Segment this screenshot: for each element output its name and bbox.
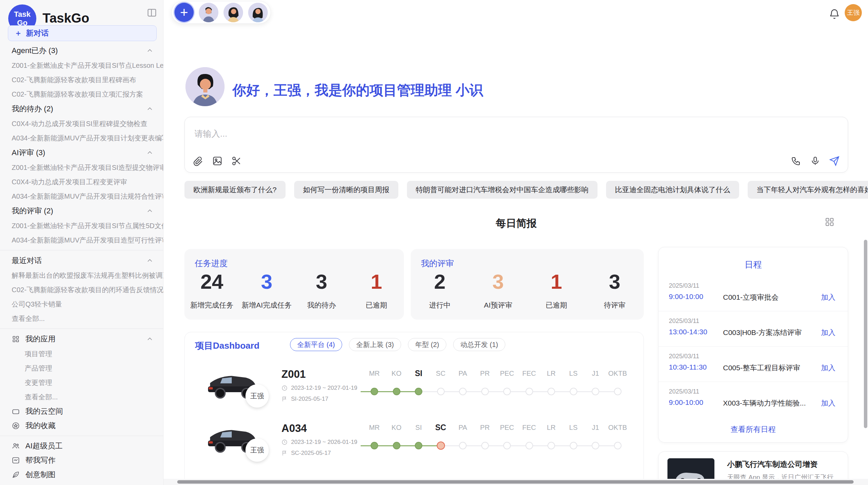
milestone-dot[interactable] — [459, 442, 467, 449]
sidebar-link-star-icon[interactable]: 我的收藏 — [0, 419, 164, 433]
chevron-up-icon[interactable] — [146, 47, 153, 54]
milestone-dot[interactable] — [437, 388, 445, 395]
milestone-dot[interactable] — [547, 388, 555, 395]
recent-chat-item[interactable]: 查看全部... — [0, 311, 164, 326]
sidebar-tool-feather-icon[interactable]: 创意制图 — [0, 468, 164, 482]
notification-bell-icon[interactable] — [829, 8, 840, 20]
sidebar-task-item[interactable]: A034-全新新能源MUV产品开发项目造型可行性评审 — [0, 233, 164, 247]
milestone-dot[interactable] — [393, 442, 400, 449]
section-header: 我的评审 (2) — [0, 203, 164, 219]
chevron-up-icon[interactable] — [146, 105, 153, 112]
agent-avatar-1[interactable] — [199, 3, 218, 22]
scissors-icon[interactable] — [231, 156, 242, 166]
milestone-dot[interactable] — [547, 442, 555, 449]
chevron-up-icon[interactable] — [146, 208, 153, 214]
stat-columns: 2进行中3AI预评审1已逾期3待评审 — [411, 271, 644, 310]
section-title: 我的应用 — [25, 334, 56, 344]
sidebar-collapse-icon[interactable] — [147, 8, 157, 18]
horizontal-scrollbar[interactable] — [164, 479, 868, 485]
sidebar-task-item[interactable]: C0X4-动力总成开发项目工程变更评审 — [0, 175, 164, 189]
event-join-link[interactable]: 加入 — [821, 293, 835, 302]
milestone-dot[interactable] — [415, 388, 422, 395]
milestone-dot[interactable] — [481, 388, 489, 395]
milestone-dot[interactable] — [371, 442, 378, 449]
event-date: 2025/03/11 — [669, 353, 699, 360]
chat-input-box[interactable]: 请输入... — [184, 117, 848, 173]
sidebar-task-item[interactable]: A034-全新新能源MUV产品开发项目计划变更表编写 — [0, 131, 164, 145]
sidebar-task-item[interactable]: Z001-全新燃油轻卡产品开发项目SI造型提交物评审 — [0, 160, 164, 175]
sidebar-task-item[interactable]: C02-飞腾新能源轻客改款项目立项汇报方案 — [0, 87, 164, 101]
layout-grid-icon[interactable] — [825, 217, 834, 227]
sidebar-task-item[interactable]: Z001-全新燃油轻卡产品开发项目SI节点属性5D文件评审 — [0, 219, 164, 233]
sidebar-tool-write-icon[interactable]: 帮我写作 — [0, 453, 164, 468]
event-join-link[interactable]: 加入 — [821, 328, 835, 337]
suggestion-chip[interactable]: 当下年轻人对汽车外观有怎样的喜好趋势 — [748, 181, 868, 199]
milestone-dot[interactable] — [614, 388, 622, 395]
chevron-up-icon[interactable] — [146, 336, 153, 343]
milestone-dot[interactable] — [371, 388, 378, 395]
sidebar-task-item[interactable]: Z001-全新燃油皮卡产品开发项目SI节点Lesson Learn报告 — [0, 58, 164, 73]
dashboard-tab[interactable]: 全新上装 (3) — [349, 338, 401, 351]
suggestion-chip[interactable]: 特朗普可能对进口汽车增税会对中国车企造成哪些影响 — [407, 181, 598, 199]
milestone-dot[interactable] — [526, 388, 533, 395]
view-all-schedule-link[interactable]: 查看所有日程 — [659, 424, 848, 435]
recent-chat-item[interactable]: 公司Q3轻卡销量 — [0, 297, 164, 311]
milestone-dot[interactable] — [459, 388, 467, 395]
recent-chat-item[interactable]: C02-飞腾新能源轻客改款项目的闭环通告反馈情况 — [0, 283, 164, 297]
suggestion-chip[interactable]: 比亚迪全固态电池计划具体说了什么 — [606, 181, 739, 199]
sidebar-task-item[interactable]: C0X4-动力总成开发项目SI里程碑提交物检查 — [0, 116, 164, 131]
divider — [0, 328, 164, 329]
send-icon[interactable] — [829, 156, 840, 166]
app-item[interactable]: 查看全部... — [0, 390, 164, 404]
attachment-icon[interactable] — [193, 156, 203, 166]
stat-value: 3 — [294, 271, 349, 293]
app-item[interactable]: 变更管理 — [0, 375, 164, 390]
chevron-up-icon[interactable] — [146, 149, 153, 156]
vertical-scrollbar-thumb[interactable] — [864, 240, 867, 428]
milestone-dot[interactable] — [570, 388, 577, 395]
milestone-dot[interactable] — [481, 442, 489, 449]
dashboard-tab[interactable]: 动总开发 (1) — [453, 338, 505, 351]
milestone-dot[interactable] — [592, 388, 599, 395]
user-avatar[interactable]: 王强 — [845, 4, 862, 21]
mic-icon[interactable] — [810, 156, 820, 166]
phone-icon[interactable] — [791, 156, 801, 166]
agent-avatar-3[interactable] — [248, 3, 268, 22]
project-dates: 2023-12-19 ~ 2026-01-19 — [281, 439, 357, 446]
milestone-dot[interactable] — [614, 442, 622, 449]
event-join-link[interactable]: 加入 — [821, 398, 835, 408]
milestone-dot[interactable] — [526, 442, 533, 449]
milestone-dot[interactable] — [503, 442, 511, 449]
add-agent-button[interactable]: + — [174, 3, 194, 22]
sidebar-task-item[interactable]: C02-飞腾新能源轻客改款项目里程碑画布 — [0, 73, 164, 87]
sidebar-tool-users-icon[interactable]: AI超级员工 — [0, 439, 164, 453]
horizontal-scrollbar-thumb[interactable] — [177, 480, 854, 484]
suggestion-chip[interactable]: 欧洲新规最近颁布了什么? — [184, 181, 286, 199]
milestone-dot[interactable] — [415, 442, 422, 449]
sidebar-task-item[interactable]: A034-全新新能源MUV产品开发项目法规符合性评审 — [0, 189, 164, 203]
divider — [0, 436, 164, 436]
dashboard-tab[interactable]: 年型 (2) — [408, 338, 446, 351]
milestone-dot[interactable] — [393, 388, 400, 395]
milestone-dot[interactable] — [592, 442, 599, 449]
input-toolbar-right — [791, 156, 840, 166]
new-chat-button[interactable]: ＋ 新对话 — [8, 25, 157, 41]
agent-avatar-2[interactable] — [224, 3, 243, 22]
schedule-event-row: 2025/03/119:00-10:00C001-立项审批会加入 — [659, 276, 848, 311]
stat-label: 已逾期 — [349, 300, 404, 310]
milestone-dot[interactable] — [503, 388, 511, 395]
dashboard-tab[interactable]: 全新平台 (4) — [290, 338, 342, 351]
recent-chat-item[interactable]: 解释最新出台的欧盟报废车法规再生塑料比例被调至15%... — [0, 268, 164, 283]
news-title: 小鹏飞行汽车制造公司增资 — [727, 459, 840, 470]
chevron-up-icon[interactable] — [146, 257, 153, 264]
flag-icon — [281, 450, 288, 456]
app-item[interactable]: 项目管理 — [0, 347, 164, 361]
image-icon[interactable] — [212, 156, 222, 166]
event-join-link[interactable]: 加入 — [821, 363, 835, 373]
suggestion-chip[interactable]: 如何写一份清晰的项目周报 — [294, 181, 398, 199]
main-area: + 王强 你好，王强，我是你的项目管理助理 小识 请输入... — [164, 0, 868, 485]
milestone-dot[interactable] — [437, 442, 445, 450]
app-item[interactable]: 产品管理 — [0, 361, 164, 375]
milestone-dot[interactable] — [570, 442, 577, 449]
sidebar-link-cloud-icon[interactable]: 我的云空间 — [0, 404, 164, 419]
